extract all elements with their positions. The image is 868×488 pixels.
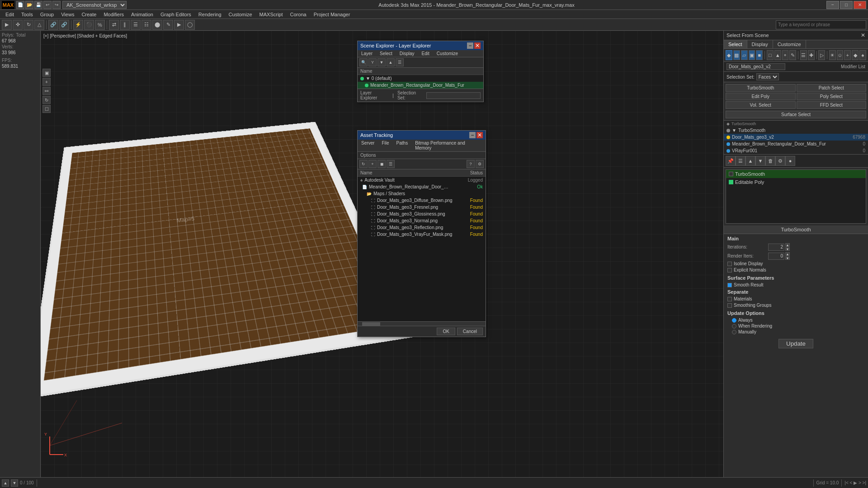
at-menu-paths[interactable]: Paths — [393, 140, 412, 151]
se-filter-btn[interactable]: Y — [368, 58, 377, 66]
ts-when-rendering-radio[interactable] — [732, 324, 736, 328]
view-cube-btn[interactable]: ☐ — [42, 105, 51, 113]
se-options-btn[interactable]: ☰ — [396, 58, 404, 66]
maximize-btn[interactable]: □ — [840, 1, 853, 9]
ms-more-btn[interactable]: ● — [785, 156, 795, 166]
ts-render-iters-input[interactable] — [768, 253, 784, 260]
rp-bone-btn[interactable]: ♠ — [859, 50, 866, 60]
minimize-btn[interactable]: − — [826, 1, 839, 9]
obj-name-input[interactable] — [726, 63, 785, 70]
material-editor-btn[interactable]: ⬤ — [152, 20, 162, 30]
mod-editable-poly[interactable]: Editable Poly — [726, 178, 866, 186]
unlink-btn[interactable]: 🔗 — [59, 20, 69, 30]
menu-edit[interactable]: Edit — [2, 11, 18, 18]
se-menu-layer[interactable]: Layer — [358, 50, 376, 57]
se-expand-btn[interactable]: ▼ — [377, 58, 386, 66]
at-help-btn[interactable]: ? — [467, 160, 475, 168]
align-btn[interactable]: ∥ — [120, 20, 130, 30]
ts-manually-radio[interactable] — [732, 330, 736, 334]
at-row-normal[interactable]: ⛶ Door_Mats_geo3_Normal.png Found — [358, 217, 486, 224]
at-row-fresnel[interactable]: ⛶ Door_Mats_geo3_Fresnel.png Found — [358, 204, 486, 211]
se-menu-display[interactable]: Display — [396, 50, 418, 57]
rp-elem-btn[interactable]: ■ — [756, 50, 763, 60]
rp-space-btn[interactable]: ◆ — [852, 50, 859, 60]
menu-animation[interactable]: Animation — [127, 11, 157, 18]
at-view-btn[interactable]: ☰ — [387, 160, 395, 168]
turbosmooth-btn[interactable]: TurboSmooth — [726, 84, 796, 92]
mod-turbosmooth-checkbox[interactable] — [729, 172, 733, 176]
ts-materials-checkbox[interactable] — [727, 297, 732, 301]
rp-paint-btn[interactable]: ✎ — [789, 50, 796, 60]
redo-btn[interactable]: ↪ — [52, 1, 61, 9]
menu-create[interactable]: Create — [78, 11, 100, 18]
at-menu-bitmap[interactable]: Bitmap Performance and Memory — [411, 140, 486, 151]
ms-config-btn[interactable]: ⚙ — [775, 156, 785, 166]
vol-select-btn[interactable]: Vol. Select — [726, 101, 796, 109]
tab-select[interactable]: Select — [724, 40, 747, 48]
ms-list-btn[interactable]: ☰ — [736, 156, 745, 166]
se-selection-input[interactable] — [426, 92, 481, 99]
menu-tools[interactable]: Tools — [18, 11, 37, 18]
at-row-vault[interactable]: ♠ Autodesk Vault Logged — [358, 177, 486, 183]
menu-views[interactable]: Views — [57, 11, 78, 18]
ts-render-down[interactable]: ▼ — [785, 256, 790, 260]
render-frame-btn[interactable]: ▶ — [174, 20, 184, 30]
angle-snap[interactable]: ⚫ — [84, 20, 94, 30]
rp-camera-btn[interactable]: ☺ — [837, 50, 844, 60]
ms-pin-btn[interactable]: 📌 — [726, 156, 736, 166]
ts-always-radio[interactable] — [732, 318, 736, 323]
ts-render-up[interactable]: ▲ — [785, 252, 790, 256]
active-shade-btn[interactable]: ◯ — [185, 20, 195, 30]
rp-face-btn[interactable]: ▱ — [741, 50, 748, 60]
ms-remove-btn[interactable]: 🗑 — [765, 156, 775, 166]
link-btn[interactable]: 🔗 — [48, 20, 58, 30]
at-ok-btn[interactable]: OK — [437, 328, 455, 335]
select-from-scene-close[interactable]: ✕ — [861, 32, 865, 38]
patch-select-btn[interactable]: Patch Select — [797, 84, 867, 92]
at-add-btn[interactable]: + — [368, 160, 377, 168]
select-obj-btn[interactable]: ▶ — [2, 20, 12, 30]
tab-customize[interactable]: Customize — [773, 40, 806, 48]
scene-obj-meander[interactable]: Meander_Brown_Rectangular_Door_Mats_Fur … — [724, 141, 868, 147]
scene-obj-door-mats[interactable]: Door_Mats_geo3_v2 67968 — [724, 134, 868, 141]
ms-down-btn[interactable]: ▼ — [755, 156, 765, 166]
se-layer-default[interactable]: ▼ 0 (default) — [358, 75, 483, 82]
scene-explorer-minimize[interactable]: − — [467, 42, 473, 49]
menu-maxscript[interactable]: MAXScript — [256, 11, 287, 18]
se-menu-customize[interactable]: Customize — [433, 50, 462, 57]
schematic-btn[interactable]: ☷ — [142, 20, 151, 30]
menu-corona[interactable]: Corona — [287, 11, 310, 18]
scale-btn[interactable]: △ — [34, 20, 44, 30]
zoom-extents-btn[interactable]: ▣ — [42, 69, 51, 77]
edit-poly-btn[interactable]: Edit Poly — [726, 93, 796, 100]
at-menu-server[interactable]: Server — [358, 140, 378, 151]
se-object-rug[interactable]: Meander_Brown_Rectangular_Door_Mats_Fur — [358, 82, 483, 89]
ts-smoothing-checkbox[interactable] — [727, 303, 732, 308]
workspace-dropdown[interactable]: AK_Screenshot_wrksp — [62, 1, 127, 9]
zoom-btn[interactable]: + — [42, 78, 51, 86]
at-cancel-btn[interactable]: Cancel — [457, 328, 483, 335]
rp-light-btn[interactable]: ☀ — [829, 50, 836, 60]
se-menu-edit[interactable]: Edit — [418, 50, 433, 57]
percent-snap[interactable]: % — [95, 20, 105, 30]
menu-group[interactable]: Group — [37, 11, 58, 18]
snap-toggle[interactable]: ⚡ — [73, 20, 83, 30]
scene-explorer-titlebar[interactable]: Scene Explorer - Layer Explorer − ✕ — [358, 41, 483, 50]
ts-iter-down[interactable]: ▼ — [785, 247, 790, 251]
rp-filter-btn[interactable]: ▷ — [818, 50, 825, 60]
rp-window-btn[interactable]: ☰ — [800, 50, 807, 60]
at-minimize-btn[interactable]: − — [469, 132, 476, 138]
rotate-btn[interactable]: ↻ — [24, 20, 33, 30]
se-menu-select[interactable]: Select — [376, 50, 396, 57]
menu-rendering[interactable]: Rendering — [195, 11, 225, 18]
asset-tracking-titlebar[interactable]: Asset Tracking − ✕ — [358, 131, 486, 140]
at-row-vrayfur[interactable]: ⛶ Door_Mats_geo3_VrayFur_Mask.png Found — [358, 231, 486, 238]
ts-iterations-input[interactable] — [768, 244, 784, 251]
at-options-label[interactable]: Options — [360, 153, 376, 158]
at-row-glossiness[interactable]: ⛶ Door_Mats_geo3_Glossiness.png Found — [358, 211, 486, 217]
rp-fence-btn[interactable]: ▲ — [774, 50, 781, 60]
rp-rect-btn[interactable]: □ — [767, 50, 774, 60]
ts-update-btn[interactable]: Update — [778, 339, 813, 348]
surface-select-btn[interactable]: Surface Select — [726, 111, 866, 118]
viewport[interactable]: [+] [Perspective] [Shaded + Edged Faces]… — [41, 31, 723, 477]
